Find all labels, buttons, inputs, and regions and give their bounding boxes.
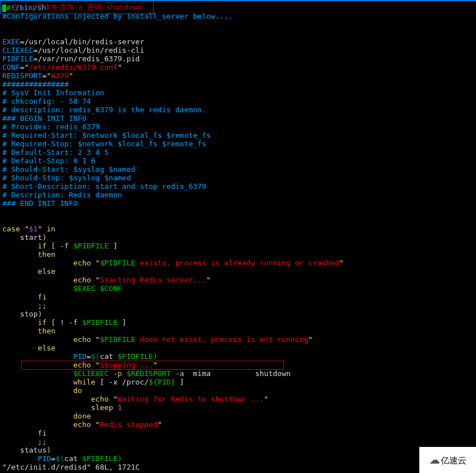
comment: # Should-Stop: $syslog $named <box>2 174 131 182</box>
watermark-text: 亿速云 <box>441 456 466 464</box>
case-status: status <box>2 446 46 454</box>
kw-echo: echo <box>2 361 91 369</box>
comment: #Configurations injected by install_serv… <box>2 12 233 20</box>
terminal-editor[interactable]: #!/bin/sh #Configurations injected by in… <box>2 3 344 471</box>
kw-echo: echo <box>2 395 109 403</box>
watermark: ☁ 亿速云 <box>419 447 476 473</box>
title-bar <box>0 0 476 1</box>
var-cliexec: CLIEXEC <box>2 46 33 54</box>
kw-then: then <box>2 327 56 335</box>
shebang-hash: # <box>6 3 11 12</box>
comment: # Default-Stop: 0 1 6 <box>2 157 95 165</box>
case-start: start <box>2 233 42 242</box>
cli-exec: $CLIEXEC <box>2 369 109 378</box>
cloud-icon: ☁ <box>430 455 440 465</box>
kw-echo: echo <box>2 259 91 267</box>
comment: # chkconfig: - 58 74 <box>2 97 91 105</box>
var-redisport: REDISPORT <box>2 71 42 80</box>
kw-echo: echo <box>2 335 91 344</box>
var-exec: EXEC <box>2 37 20 46</box>
semi: ;; <box>2 437 46 446</box>
kw-if: if <box>2 242 46 250</box>
var-pid2: PID <box>2 454 51 463</box>
comment: # SysV Init Information <box>2 88 104 97</box>
kw-done: done <box>2 412 91 420</box>
comment: ############### <box>2 80 69 88</box>
comment: # description: redis_6379 is the redis d… <box>2 105 206 114</box>
case-stop: stop <box>2 310 38 318</box>
comment: ### END INIT INFO <box>2 199 78 208</box>
kw-if: if <box>2 318 46 327</box>
cursor <box>2 5 6 12</box>
kw-do: do <box>2 386 82 395</box>
var-exec-call: $EXEC <box>2 284 95 293</box>
comment: # Required-Stop: $network $local_fs $rem… <box>2 140 206 148</box>
semi: ;; <box>2 301 46 310</box>
kw-echo: echo <box>2 276 91 284</box>
kw-echo: echo <box>2 420 91 429</box>
kw-else: else <box>2 267 56 276</box>
kw-fi: fi <box>2 293 46 301</box>
comment: # Description: Redis daemon <box>2 191 122 199</box>
shebang: !/bin/sh <box>11 3 46 12</box>
kw-case: case <box>2 225 20 233</box>
comment: ### BEGIN INIT INFO <box>2 114 87 123</box>
comment: # Required-Start: $network $local_fs $re… <box>2 131 211 140</box>
kw-sleep: sleep <box>2 403 118 412</box>
comment: # Default-Start: 2 3 4 5 <box>2 148 109 157</box>
kw-fi: fi <box>2 429 46 437</box>
kw-else: else <box>2 344 56 352</box>
var-pid: PID <box>2 352 87 361</box>
comment: # Should-Start: $syslog $named <box>2 165 135 174</box>
var-pidfile: PIDFILE <box>2 54 33 63</box>
var-conf: CONF <box>2 63 20 71</box>
comment: # Provides: redis_6379 <box>2 123 100 131</box>
kw-while: while <box>2 378 95 386</box>
comment: # Short-Description: start and stop redi… <box>2 182 206 191</box>
vim-statusline: "/etc/init.d/redisd" 68L, 1721C <box>2 463 140 471</box>
kw-then: then <box>2 250 56 259</box>
